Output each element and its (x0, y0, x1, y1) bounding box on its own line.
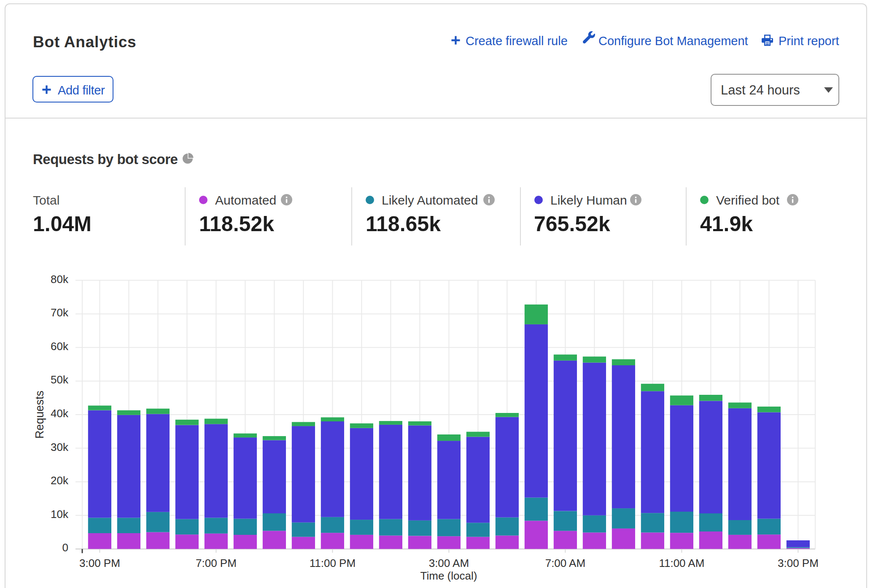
svg-text:11:00 PM: 11:00 PM (310, 557, 356, 569)
svg-text:80k: 80k (51, 273, 69, 286)
svg-text:3:00 PM: 3:00 PM (778, 557, 819, 569)
svg-text:11:00 AM: 11:00 AM (659, 557, 704, 569)
svg-text:0: 0 (62, 541, 68, 554)
svg-text:Time (local): Time (local) (420, 569, 477, 582)
svg-text:60k: 60k (51, 340, 69, 353)
svg-text:10k: 10k (51, 508, 69, 521)
svg-text:7:00 PM: 7:00 PM (196, 557, 237, 569)
svg-text:3:00 AM: 3:00 AM (429, 557, 469, 569)
svg-text:50k: 50k (51, 373, 69, 386)
svg-text:Requests: Requests (33, 391, 46, 439)
svg-text:40k: 40k (51, 407, 69, 420)
svg-text:30k: 30k (51, 441, 69, 453)
svg-text:3:00 PM: 3:00 PM (79, 557, 120, 569)
svg-text:20k: 20k (51, 474, 69, 487)
svg-text:70k: 70k (51, 306, 69, 319)
svg-text:7:00 AM: 7:00 AM (545, 557, 585, 569)
